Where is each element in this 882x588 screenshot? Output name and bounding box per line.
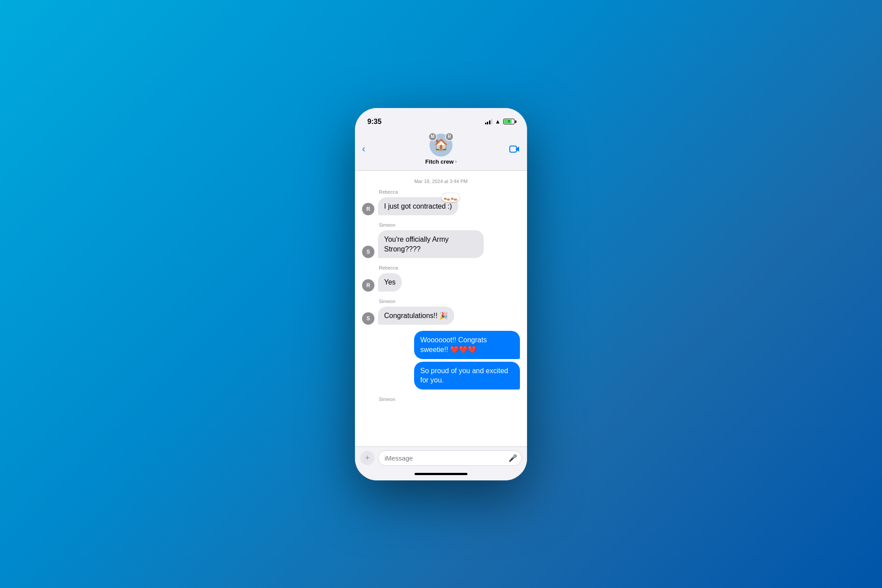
avatar-rebecca-2: R — [362, 279, 374, 292]
bubble-4: Congratulations!! 🎉 — [378, 307, 454, 325]
bubble-5: Woooooot!! Congrats sweetie!! ❤️❤️❤️ — [414, 331, 520, 359]
avatar-badge-r: R — [445, 132, 454, 141]
status-time: 9:35 — [367, 118, 381, 126]
bubble-text-6: So proud of you and excited for you. — [420, 367, 508, 384]
avatar-simeon-1: S — [362, 246, 374, 258]
svg-rect-0 — [510, 146, 516, 152]
input-wrapper: 🎤 — [378, 450, 522, 466]
signal-bar-1 — [485, 123, 486, 124]
bubble-text-2: You're officially Army Strong???? — [384, 236, 448, 253]
video-call-button[interactable] — [502, 145, 520, 153]
message-row-6: So proud of you and excited for you. — [362, 362, 520, 390]
status-bar: 9:35 ▲ 7 — [355, 108, 527, 131]
wifi-icon: ▲ — [495, 118, 501, 125]
group-avatar-emoji: 🏠 — [434, 138, 448, 152]
bubble-text-1: I just got contracted :) — [384, 202, 452, 210]
bubble-text-4: Congratulations!! 🎉 — [384, 312, 448, 319]
sender-label-simeon-2: Simeon — [362, 299, 520, 304]
bubble-2: You're officially Army Strong???? — [378, 230, 484, 258]
status-icons: ▲ 7 — [485, 118, 515, 125]
sender-label-simeon-1: Simeon — [362, 222, 520, 228]
timestamp-label: Mar 18, 2024 at 3:44 PM — [362, 179, 520, 184]
video-icon — [509, 145, 520, 153]
nav-center: 🏠 M R Fitch crew › — [425, 134, 456, 165]
message-row-2: S You're officially Army Strong???? — [362, 230, 520, 258]
bubble-text-3: Yes — [384, 278, 396, 286]
avatar-badge-m: M — [428, 132, 437, 141]
signal-bar-3 — [489, 120, 490, 124]
messages-area: Mar 18, 2024 at 3:44 PM Rebecca R I just… — [355, 171, 527, 446]
bubble-3: Yes — [378, 273, 402, 292]
nav-bar: ‹ 🏠 M R Fitch crew › — [355, 131, 527, 171]
message-row-5: Woooooot!! Congrats sweetie!! ❤️❤️❤️ — [362, 331, 520, 359]
bubble-6: So proud of you and excited for you. — [414, 362, 520, 390]
chevron-icon: › — [455, 158, 457, 165]
signal-bars-icon — [485, 119, 493, 124]
add-button[interactable]: + — [360, 451, 374, 465]
message-row-4: S Congratulations!! 🎉 — [362, 307, 520, 325]
phone-frame: 9:35 ▲ 7 ‹ 🏠 M R Fitch crew — [355, 108, 527, 480]
reaction-badge-1: 👡👡 — [441, 193, 460, 202]
group-name[interactable]: Fitch crew › — [425, 158, 456, 165]
message-row-1: R I just got contracted :) 👡👡 — [362, 197, 520, 216]
battery-icon: 7 — [503, 119, 515, 124]
mic-icon[interactable]: 🎤 — [508, 454, 517, 462]
signal-bar-4 — [491, 119, 492, 124]
avatar-simeon-2: S — [362, 312, 374, 325]
sender-label-rebecca-1: Rebecca — [362, 189, 520, 195]
sender-label-rebecca-2: Rebecca — [362, 265, 520, 270]
avatar-rebecca-1: R — [362, 203, 374, 215]
message-input[interactable] — [378, 450, 522, 466]
sender-label-simeon-3: Simeon — [362, 397, 520, 402]
group-avatar[interactable]: 🏠 M R — [430, 134, 452, 157]
bubble-text-5: Woooooot!! Congrats sweetie!! ❤️❤️❤️ — [420, 336, 487, 353]
signal-bar-2 — [487, 122, 488, 124]
home-bar — [415, 473, 467, 475]
bubble-1: I just got contracted :) 👡👡 — [378, 197, 458, 216]
message-row-3: R Yes — [362, 273, 520, 292]
back-button[interactable]: ‹ — [362, 143, 380, 155]
home-indicator — [355, 469, 527, 480]
input-bar: + 🎤 — [355, 446, 527, 469]
